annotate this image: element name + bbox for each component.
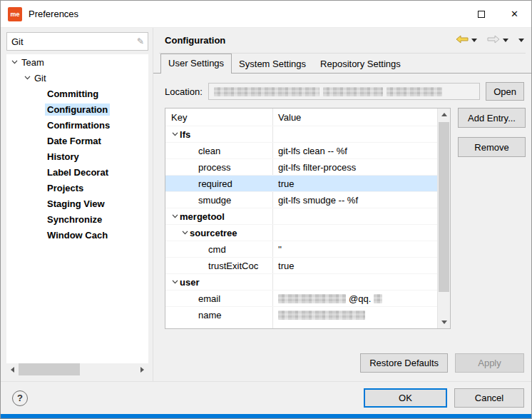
- redacted-text: [278, 311, 365, 320]
- config-value: true: [272, 261, 437, 271]
- chevron-down-icon[interactable]: [170, 132, 180, 136]
- sidebar-item-window-cach[interactable]: Window Cach: [6, 227, 148, 243]
- sidebar-item-committing[interactable]: Committing: [6, 86, 148, 101]
- sidebar-horizontal-scrollbar[interactable]: [6, 363, 148, 375]
- forward-button[interactable]: [487, 35, 500, 46]
- open-button[interactable]: Open: [486, 82, 524, 101]
- apply-button[interactable]: Apply: [455, 353, 524, 373]
- config-key: mergetool: [180, 211, 225, 222]
- config-row-required[interactable]: requiredtrue: [165, 175, 437, 191]
- sidebar-item-label: Date Format: [45, 135, 103, 147]
- scroll-left-button[interactable]: [6, 363, 19, 375]
- config-key: email: [198, 293, 220, 304]
- sidebar-item-label-decorat[interactable]: Label Decorat: [6, 164, 148, 180]
- scrollbar-thumb[interactable]: [19, 363, 80, 375]
- history-nav: [456, 35, 526, 46]
- sidebar-item-configuration[interactable]: Configuration: [6, 101, 148, 117]
- config-row-process[interactable]: processgit-lfs filter-process: [165, 158, 437, 175]
- dialog-footer: ? OK Cancel: [1, 381, 531, 414]
- scroll-right-button[interactable]: [136, 363, 148, 375]
- sidebar-item-team[interactable]: Team: [6, 54, 148, 70]
- maximize-icon: [478, 11, 485, 18]
- defaults-row: Restore Defaults Apply: [360, 353, 524, 373]
- config-row-email[interactable]: email@qq.: [165, 290, 437, 306]
- filter-box: ✎: [6, 32, 148, 51]
- filter-input[interactable]: [11, 36, 137, 47]
- sidebar: ✎ TeamGitCommittingConfigurationConfirma…: [1, 28, 153, 381]
- close-button[interactable]: ✕: [498, 1, 531, 27]
- config-row-cmd[interactable]: cmd'': [165, 241, 437, 257]
- redacted-text: [374, 294, 382, 303]
- forward-dropdown-icon[interactable]: [503, 39, 508, 42]
- arrow-down-icon: [441, 320, 447, 324]
- sidebar-item-label: Committing: [45, 88, 101, 100]
- config-row-trustexitcoc[interactable]: trustExitCoctrue: [165, 257, 437, 273]
- filter-icon: ✎: [137, 36, 144, 46]
- scrollbar-thumb[interactable]: [439, 122, 449, 292]
- forward-arrow-icon: [487, 35, 500, 44]
- config-row-lfs[interactable]: lfs: [165, 126, 437, 142]
- sidebar-item-synchronize[interactable]: Synchronize: [6, 211, 148, 227]
- config-key: required: [198, 178, 232, 189]
- add-entry-button[interactable]: Add Entry...: [458, 108, 526, 128]
- ok-button[interactable]: OK: [364, 388, 447, 408]
- tab-user-settings[interactable]: User Settings: [160, 54, 232, 74]
- sidebar-item-label: Staging View: [45, 198, 107, 210]
- page-title: Configuration: [165, 35, 225, 46]
- tab-repository-settings[interactable]: Repository Settings: [313, 55, 408, 74]
- sidebar-item-label: Git: [32, 72, 48, 84]
- sidebar-item-git[interactable]: Git: [6, 70, 148, 86]
- sidebar-item-label: Team: [19, 56, 46, 69]
- config-value: @qq.: [272, 293, 437, 304]
- cancel-button[interactable]: Cancel: [454, 388, 524, 408]
- config-key: smudge: [198, 195, 231, 206]
- sidebar-item-label: Synchronize: [45, 213, 104, 226]
- config-table-body: lfscleangit-lfs clean -- %fprocessgit-lf…: [165, 126, 437, 323]
- sidebar-item-label: Configuration: [45, 104, 110, 116]
- chevron-down-icon[interactable]: [170, 280, 180, 284]
- remove-button[interactable]: Remove: [458, 137, 526, 157]
- tab-system-settings[interactable]: System Settings: [232, 55, 313, 74]
- chevron-down-icon[interactable]: [9, 60, 19, 64]
- help-button[interactable]: ?: [12, 390, 28, 406]
- config-value-fragment: @qq.: [349, 293, 371, 304]
- chevron-down-icon[interactable]: [22, 76, 32, 80]
- back-dropdown-icon[interactable]: [471, 39, 477, 42]
- chevron-down-icon[interactable]: [170, 214, 180, 218]
- config-key: user: [180, 277, 199, 288]
- window-controls: ✕: [464, 1, 531, 27]
- config-row-smudge[interactable]: smudgegit-lfs smudge -- %f: [165, 191, 437, 208]
- redacted-text: [323, 87, 383, 96]
- restore-defaults-button[interactable]: Restore Defaults: [360, 353, 448, 373]
- maximize-button[interactable]: [464, 1, 498, 27]
- arrow-left-icon: [11, 367, 14, 373]
- config-table: Key Value lfscleangit-lfs clean -- %fpro…: [165, 108, 451, 329]
- config-row-sourcetree[interactable]: sourcetree: [165, 224, 437, 241]
- config-value: git-lfs clean -- %f: [272, 146, 437, 156]
- sidebar-item-history[interactable]: History: [6, 148, 148, 164]
- table-vertical-scrollbar[interactable]: [437, 108, 450, 328]
- chevron-down-icon[interactable]: [180, 231, 190, 235]
- config-key: sourcetree: [190, 228, 237, 238]
- config-row-mergetool[interactable]: mergetool: [165, 208, 437, 224]
- view-menu-icon[interactable]: [518, 39, 524, 42]
- sidebar-tree: TeamGitCommittingConfigurationConfirmati…: [6, 54, 148, 363]
- config-key: cmd: [208, 244, 226, 255]
- sidebar-item-label: Projects: [45, 182, 86, 194]
- sidebar-item-staging-view[interactable]: Staging View: [6, 196, 148, 211]
- scroll-down-button[interactable]: [438, 316, 450, 328]
- arrow-right-icon: [140, 367, 144, 373]
- config-row-user[interactable]: user: [165, 273, 437, 290]
- back-button[interactable]: [456, 35, 469, 46]
- redacted-text: [387, 87, 442, 96]
- sidebar-item-confirmations[interactable]: Confirmations: [6, 117, 148, 133]
- location-label: Location:: [165, 86, 203, 97]
- config-row-name[interactable]: name: [165, 306, 437, 323]
- scroll-up-button[interactable]: [438, 108, 450, 121]
- sidebar-item-date-format[interactable]: Date Format: [6, 133, 148, 148]
- sidebar-item-projects[interactable]: Projects: [6, 180, 148, 196]
- arrow-up-icon: [441, 113, 447, 116]
- location-field[interactable]: [208, 83, 480, 100]
- sidebar-item-label: Window Cach: [45, 229, 110, 241]
- config-row-clean[interactable]: cleangit-lfs clean -- %f: [165, 142, 437, 158]
